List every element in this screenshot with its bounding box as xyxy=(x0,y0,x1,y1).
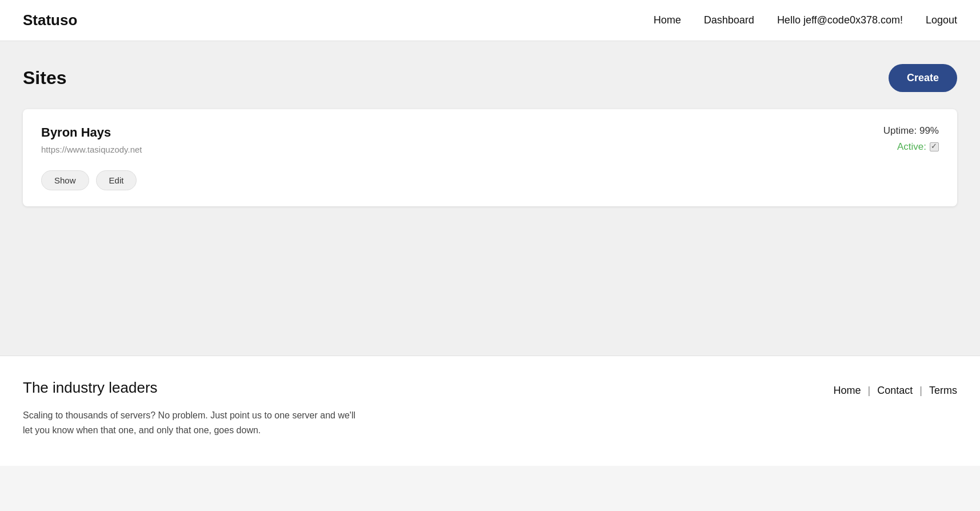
footer: The industry leaders Scaling to thousand… xyxy=(0,356,980,466)
site-meta: Uptime: 99% Active: xyxy=(883,125,939,153)
nav-home[interactable]: Home xyxy=(654,14,681,26)
navbar: Statuso Home Dashboard Hello jeff@code0x… xyxy=(0,0,980,41)
site-active-status: Active: xyxy=(897,141,939,153)
footer-left: The industry leaders Scaling to thousand… xyxy=(23,379,366,437)
site-actions: Show Edit xyxy=(41,170,142,190)
sites-title: Sites xyxy=(23,67,66,89)
site-card: Byron Hays https://www.tasiquzody.net Sh… xyxy=(23,109,957,206)
create-button[interactable]: Create xyxy=(889,64,957,92)
brand-name: Statuso xyxy=(23,11,77,29)
edit-button[interactable]: Edit xyxy=(96,170,137,190)
site-url: https://www.tasiquzody.net xyxy=(41,145,142,154)
nav-greeting: Hello jeff@code0x378.com! xyxy=(777,14,903,26)
footer-link-terms[interactable]: Terms xyxy=(929,385,957,397)
footer-links: Home | Contact | Terms xyxy=(834,385,957,397)
footer-inner: The industry leaders Scaling to thousand… xyxy=(23,379,957,437)
footer-link-contact[interactable]: Contact xyxy=(877,385,913,397)
nav-dashboard[interactable]: Dashboard xyxy=(704,14,754,26)
active-checkbox-icon xyxy=(930,142,939,151)
footer-link-home[interactable]: Home xyxy=(834,385,861,397)
site-info: Byron Hays https://www.tasiquzody.net Sh… xyxy=(41,125,142,190)
footer-tagline: The industry leaders xyxy=(23,379,366,397)
navbar-links: Home Dashboard Hello jeff@code0x378.com!… xyxy=(654,14,957,26)
footer-separator-1: | xyxy=(868,385,871,397)
footer-description: Scaling to thousands of servers? No prob… xyxy=(23,408,366,437)
footer-separator-2: | xyxy=(919,385,922,397)
active-label: Active: xyxy=(897,141,926,153)
site-uptime: Uptime: 99% xyxy=(883,125,939,137)
site-name: Byron Hays xyxy=(41,125,142,140)
sites-header: Sites Create xyxy=(23,64,957,92)
main-content: Sites Create Byron Hays https://www.tasi… xyxy=(0,41,980,356)
nav-logout[interactable]: Logout xyxy=(926,14,957,26)
show-button[interactable]: Show xyxy=(41,170,89,190)
